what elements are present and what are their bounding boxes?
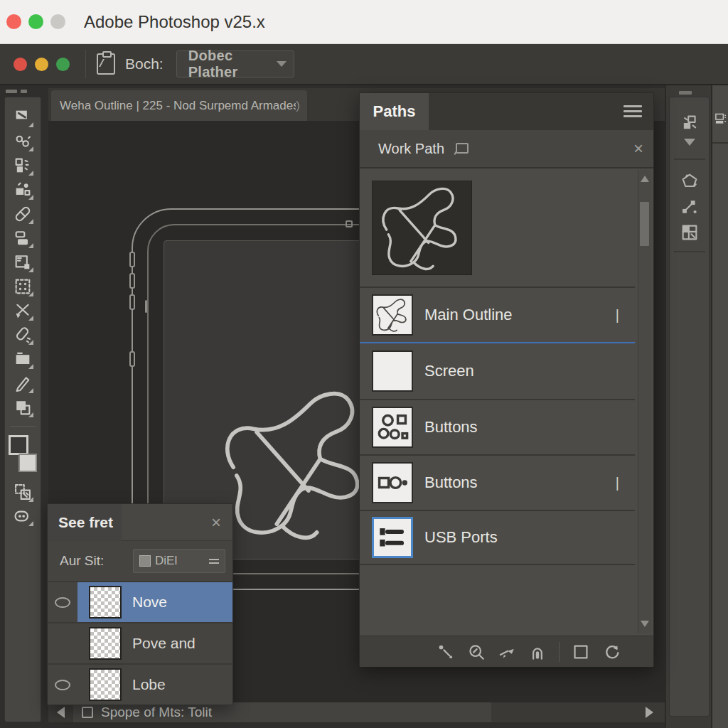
crop-tool[interactable] xyxy=(13,252,33,272)
pencil-tool[interactable] xyxy=(13,373,33,393)
collapse-panels-icon[interactable] xyxy=(680,113,700,133)
move-tool[interactable] xyxy=(13,107,33,127)
layer-row[interactable]: Lobe xyxy=(48,663,232,705)
path-row[interactable]: Main Outline | xyxy=(360,287,635,342)
artboard-tool[interactable] xyxy=(13,397,33,417)
paths-list: Main Outline | Screen Buttons xyxy=(360,168,653,636)
clone-stamp-tool[interactable] xyxy=(13,228,33,248)
options-bar: Boch: Dobec Plather xyxy=(0,44,728,85)
visibility-gutter[interactable] xyxy=(48,665,77,705)
layer-row-content[interactable]: Pove and xyxy=(77,623,232,663)
path-badge: | xyxy=(616,307,619,323)
layer-thumbnail[interactable] xyxy=(89,586,122,619)
options-dropdown[interactable]: Dobec Plather xyxy=(176,50,294,77)
layer-row-content[interactable]: Lobe xyxy=(77,665,232,705)
path-thumbnail[interactable] xyxy=(372,517,413,558)
work-path-row[interactable]: Work Path × xyxy=(360,130,653,168)
path-thumbnail[interactable] xyxy=(372,462,413,503)
path-row[interactable]: Buttons xyxy=(360,399,635,454)
close-window-button[interactable] xyxy=(6,14,21,29)
healing-brush-tool[interactable] xyxy=(13,204,33,224)
path-thumbnail[interactable] xyxy=(372,407,413,448)
reload-path-icon[interactable] xyxy=(602,643,621,661)
scrollbar[interactable] xyxy=(638,170,651,633)
paths-panel-header: Paths xyxy=(360,93,653,130)
tablet-side-button xyxy=(129,273,135,289)
traffic-red-dot[interactable] xyxy=(14,58,27,71)
window-title: Adobe Photoshop v25.x xyxy=(84,12,265,32)
divider xyxy=(674,159,705,160)
foreground-color-swatch[interactable] xyxy=(9,435,28,455)
dock-grip[interactable] xyxy=(21,90,27,93)
panel-menu-icon[interactable] xyxy=(623,105,642,120)
visibility-gutter[interactable] xyxy=(48,623,77,663)
path-row[interactable]: Screen xyxy=(360,343,635,399)
scroll-right-icon[interactable] xyxy=(646,707,653,718)
document-tab[interactable]: Weha Outline | 225 - Nod Surpemd Armades… xyxy=(51,90,307,121)
document-tab-title: Weha Outline | 225 - Nod Surpemd Armades xyxy=(60,99,296,113)
divider xyxy=(712,142,728,144)
layer-row[interactable]: Nove xyxy=(48,581,232,622)
path-nodes-icon[interactable] xyxy=(680,197,700,217)
traffic-green-dot[interactable] xyxy=(56,58,70,71)
scissors-tool[interactable] xyxy=(13,301,33,321)
path-thumbnail[interactable] xyxy=(372,350,413,392)
minimize-window-button[interactable] xyxy=(28,14,43,29)
scrollbar-thumb[interactable] xyxy=(640,202,649,246)
dock-grip[interactable] xyxy=(6,90,17,93)
shape-tool-icon[interactable] xyxy=(680,171,700,191)
eye-icon[interactable] xyxy=(55,597,70,608)
lasso-tool[interactable] xyxy=(13,132,33,151)
layers-field-dropdown[interactable]: DiEl xyxy=(133,549,225,573)
path-name: Screen xyxy=(424,362,474,380)
photoshop-window: Adobe Photoshop v25.x Boch: Dobec Plathe… xyxy=(0,0,728,728)
layers-field-label: Aur Sit: xyxy=(60,553,104,569)
zoom-window-button[interactable] xyxy=(50,14,65,29)
frame-tool[interactable] xyxy=(13,277,33,296)
title-bar: Adobe Photoshop v25.x xyxy=(0,0,728,44)
eraser-tool[interactable] xyxy=(13,325,33,345)
paths-panel-tab[interactable]: Paths xyxy=(360,93,429,130)
menu-icon xyxy=(209,557,219,566)
object-selection-tool[interactable] xyxy=(13,180,33,200)
screen-mode-icon[interactable] xyxy=(13,506,33,526)
right-edge-column xyxy=(711,85,728,728)
fill-path-icon[interactable] xyxy=(437,643,455,661)
mask-icon[interactable] xyxy=(528,643,547,661)
path-row[interactable]: Buttons | xyxy=(360,454,635,510)
color-swatches[interactable] xyxy=(9,435,37,472)
background-color-swatch[interactable] xyxy=(18,454,37,472)
eye-icon[interactable] xyxy=(55,680,70,690)
stroke-path-icon[interactable] xyxy=(572,643,590,661)
panel-thumbnail-icon[interactable] xyxy=(714,112,727,127)
paths-panel: Paths Work Path × Main Outline | Scr xyxy=(359,92,654,666)
layers-panel-tab[interactable]: See fret xyxy=(48,504,122,541)
visibility-gutter[interactable] xyxy=(48,582,77,622)
gradient-tool[interactable] xyxy=(13,349,33,369)
grid-collage-icon[interactable] xyxy=(680,223,700,242)
close-icon[interactable]: × xyxy=(211,514,221,531)
export-path-icon[interactable] xyxy=(498,643,516,661)
path-thumbnail[interactable] xyxy=(372,294,413,336)
quick-mask-icon[interactable] xyxy=(13,482,33,502)
divider xyxy=(10,426,36,427)
layer-thumbnail[interactable] xyxy=(89,668,122,701)
zoom-icon[interactable] xyxy=(467,643,486,661)
expand-caret-icon[interactable] xyxy=(684,139,695,146)
layer-row[interactable]: Pove and xyxy=(48,622,232,663)
checkbox-icon[interactable] xyxy=(82,707,93,718)
path-row[interactable]: USB Ports xyxy=(360,510,635,565)
layer-row-content[interactable]: Nove xyxy=(77,582,232,622)
work-path-thumbnail[interactable] xyxy=(372,181,472,275)
traffic-yellow-dot[interactable] xyxy=(35,58,48,71)
scroll-left-icon[interactable] xyxy=(57,707,65,718)
scroll-up-icon[interactable] xyxy=(641,176,649,182)
scroll-down-icon[interactable] xyxy=(641,621,649,627)
document-tab-suffix: ) xyxy=(296,99,300,113)
options-label: Boch: xyxy=(125,55,164,73)
right-dock-strip xyxy=(665,85,711,728)
layer-thumbnail[interactable] xyxy=(89,627,122,660)
close-icon[interactable]: × xyxy=(633,140,643,157)
dock-grip[interactable] xyxy=(679,91,692,95)
marquee-tool[interactable] xyxy=(13,156,33,176)
